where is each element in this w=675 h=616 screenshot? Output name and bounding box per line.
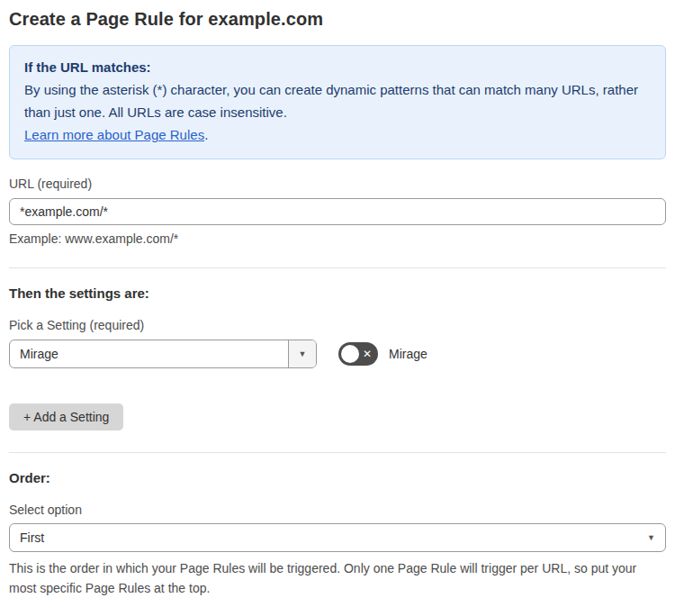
order-select-value: First <box>20 530 647 545</box>
info-box-body: By using the asterisk (*) character, you… <box>24 78 651 123</box>
chevron-down-icon: ▼ <box>647 533 655 542</box>
pick-setting-label: Pick a Setting (required) <box>9 318 666 332</box>
toggle-label: Mirage <box>389 347 428 361</box>
setting-row: Mirage ▼ ✕ Mirage <box>9 340 666 368</box>
x-icon: ✕ <box>363 349 372 359</box>
order-select[interactable]: First ▼ <box>9 523 666 552</box>
url-input[interactable] <box>9 198 666 225</box>
create-page-rule-form: Create a Page Rule for example.com If th… <box>0 0 675 616</box>
toggle-knob <box>341 345 359 363</box>
url-example-hint: Example: www.example.com/* <box>9 231 666 246</box>
page-title: Create a Page Rule for example.com <box>9 9 666 30</box>
info-box-heading: If the URL matches: <box>24 57 651 78</box>
add-setting-button[interactable]: + Add a Setting <box>9 403 123 430</box>
chevron-down-icon[interactable]: ▼ <box>288 340 316 367</box>
settings-heading: Then the settings are: <box>9 285 666 301</box>
divider <box>9 452 666 453</box>
mirage-toggle[interactable]: ✕ <box>338 342 378 366</box>
learn-more-link[interactable]: Learn more about Page Rules <box>24 127 204 142</box>
order-heading: Order: <box>9 470 666 485</box>
info-box-link-line: Learn more about Page Rules. <box>24 123 651 146</box>
divider <box>9 267 666 268</box>
link-suffix: . <box>204 127 208 142</box>
setting-select-value: Mirage <box>10 340 288 367</box>
order-help-text: This is the order in which your Page Rul… <box>9 558 657 598</box>
select-option-label: Select option <box>9 503 666 517</box>
setting-select[interactable]: Mirage ▼ <box>9 340 317 368</box>
url-label: URL (required) <box>9 177 666 191</box>
url-match-info-box: If the URL matches: By using the asteris… <box>9 45 666 159</box>
